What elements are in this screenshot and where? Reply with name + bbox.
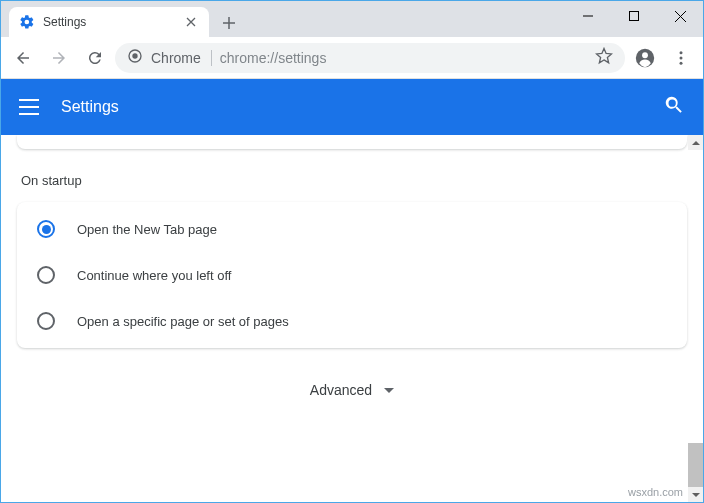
section-label-startup: On startup	[21, 173, 695, 188]
window-controls	[565, 1, 703, 31]
watermark-text: wsxdn.com	[628, 486, 683, 498]
svg-point-5	[680, 51, 683, 54]
scrollbar-up-button[interactable]	[688, 135, 703, 150]
back-button[interactable]	[7, 42, 39, 74]
settings-header: Settings	[1, 79, 703, 135]
svg-point-6	[680, 56, 683, 59]
svg-point-2	[132, 53, 137, 58]
radio-option-new-tab[interactable]: Open the New Tab page	[17, 206, 687, 252]
minimize-button[interactable]	[565, 1, 611, 31]
radio-icon	[37, 266, 55, 284]
radio-option-continue[interactable]: Continue where you left off	[17, 252, 687, 298]
profile-icon[interactable]	[629, 42, 661, 74]
radio-label: Open a specific page or set of pages	[77, 314, 289, 329]
radio-icon	[37, 312, 55, 330]
bookmark-star-icon[interactable]	[595, 47, 613, 68]
startup-options-card: Open the New Tab page Continue where you…	[17, 202, 687, 348]
svg-point-7	[680, 61, 683, 64]
browser-toolbar: Chrome chrome://settings	[1, 37, 703, 79]
maximize-button[interactable]	[611, 1, 657, 31]
hamburger-icon[interactable]	[19, 97, 39, 117]
reload-button[interactable]	[79, 42, 111, 74]
page-title: Settings	[61, 98, 641, 116]
advanced-expander[interactable]: Advanced	[9, 348, 695, 418]
address-bar[interactable]: Chrome chrome://settings	[115, 43, 625, 73]
omnibox-url: chrome://settings	[220, 50, 587, 66]
radio-icon	[37, 220, 55, 238]
search-icon[interactable]	[663, 94, 685, 120]
chevron-down-icon	[384, 388, 394, 393]
scrollbar-thumb[interactable]	[688, 443, 703, 487]
new-tab-button[interactable]	[215, 9, 243, 37]
radio-option-specific-pages[interactable]: Open a specific page or set of pages	[17, 298, 687, 344]
omnibox-app-label: Chrome	[151, 50, 212, 66]
chrome-info-icon	[127, 48, 143, 67]
menu-icon[interactable]	[665, 42, 697, 74]
window-titlebar: Settings	[1, 1, 703, 37]
forward-button[interactable]	[43, 42, 75, 74]
close-window-button[interactable]	[657, 1, 703, 31]
scrollbar-down-button[interactable]	[688, 487, 703, 502]
gear-icon	[19, 14, 35, 30]
advanced-label: Advanced	[310, 382, 372, 398]
tabs-area: Settings	[1, 1, 243, 37]
svg-point-4	[642, 52, 648, 58]
radio-label: Open the New Tab page	[77, 222, 217, 237]
radio-label: Continue where you left off	[77, 268, 231, 283]
content-area: On startup Open the New Tab page Continu…	[1, 135, 703, 502]
tab-title: Settings	[43, 15, 175, 29]
previous-card-bottom	[17, 135, 687, 149]
svg-rect-0	[630, 12, 639, 21]
tab-settings[interactable]: Settings	[9, 7, 209, 37]
close-icon[interactable]	[183, 14, 199, 30]
